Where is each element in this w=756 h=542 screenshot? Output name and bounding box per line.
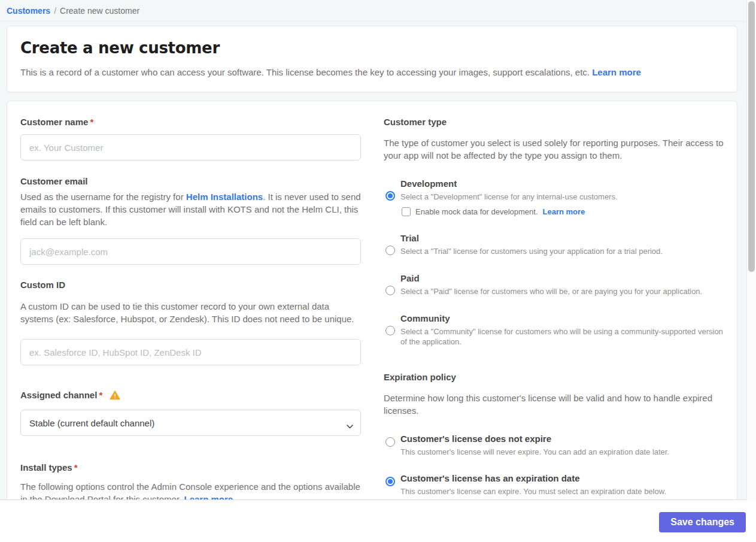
header-description-text: This is a record of a customer who can a… (20, 67, 590, 77)
required-asterisk: * (99, 390, 102, 400)
customer-type-option-trial: Trial Select a "Trial" license for custo… (384, 233, 724, 256)
customer-email-input[interactable] (20, 238, 361, 265)
breadcrumb-current: Create new customer (60, 6, 139, 16)
scrollbar-thumb[interactable] (748, 1, 755, 272)
has-expiration-description: This customer's license can expire. You … (400, 486, 724, 496)
customer-form-card: Customer name* Customer email Used as th… (7, 101, 737, 503)
customer-name-label-text: Customer name (20, 117, 88, 127)
custom-id-input[interactable] (20, 339, 361, 365)
customer-name-input[interactable] (20, 134, 361, 161)
community-title: Community (400, 313, 724, 323)
trial-radio[interactable] (385, 246, 395, 255)
customer-email-label: Customer email (20, 176, 361, 186)
no-expire-description: This customer's license will never expir… (400, 447, 724, 457)
mock-data-checkbox-row: Enable mock data for development. Learn … (400, 207, 724, 216)
install-types-section: Install types* The following options con… (20, 462, 361, 503)
has-expiration-radio[interactable] (385, 477, 395, 486)
custom-id-section: Custom ID A custom ID can be used to tie… (20, 280, 361, 365)
breadcrumb-customers-link[interactable]: Customers (7, 6, 50, 16)
expiration-option-has-date: Customer's license has an expiration dat… (384, 473, 724, 496)
save-changes-button[interactable]: Save changes (659, 512, 746, 532)
form-right-column: Customer type The type of customer you s… (384, 117, 724, 503)
required-asterisk: * (74, 462, 78, 473)
customer-type-option-community: Community Select a "Community" license f… (384, 313, 724, 347)
customer-type-heading: Customer type (384, 117, 724, 127)
mock-data-checkbox[interactable] (402, 207, 411, 216)
install-types-label: Install types* (20, 462, 361, 473)
page-title: Create a new customer (20, 39, 724, 57)
no-expire-radio[interactable] (385, 437, 395, 447)
community-radio[interactable] (385, 326, 395, 335)
customer-email-help: Used as the username for the registry fo… (20, 190, 361, 228)
customer-name-section: Customer name* (20, 117, 361, 161)
development-title: Development (400, 178, 724, 189)
paid-title: Paid (400, 273, 724, 283)
expiration-policy-description: Determine how long this customer's licen… (384, 392, 724, 417)
community-description: Select a "Community" license for custome… (400, 326, 724, 347)
trial-description: Select a "Trial" license for customers u… (400, 246, 724, 256)
custom-id-label: Custom ID (20, 280, 361, 290)
assigned-channel-label: Assigned channel* (20, 390, 102, 400)
customer-email-section: Customer email Used as the username for … (20, 176, 361, 265)
assigned-channel-section: Assigned channel* Stable (current defaul… (20, 390, 361, 436)
expiration-policy-heading: Expiration policy (384, 372, 724, 382)
development-description: Select a "Development" license for any i… (400, 192, 724, 202)
mock-data-learn-more-link[interactable]: Learn more (543, 207, 585, 216)
custom-id-help: A custom ID can be used to tie this cust… (20, 300, 361, 325)
required-asterisk: * (90, 117, 93, 127)
footer-action-bar: Save changes (0, 499, 756, 542)
customer-type-option-paid: Paid Select a "Paid" license for custome… (384, 273, 724, 296)
helm-installations-link[interactable]: Helm Installations (186, 192, 263, 202)
assigned-channel-select[interactable]: Stable (current default channel) (20, 410, 361, 436)
customer-type-description: The type of customer you select is used … (384, 137, 724, 162)
has-expiration-title: Customer's license has an expiration dat… (400, 473, 724, 483)
paid-description: Select a "Paid" license for customers wh… (400, 286, 724, 296)
header-description: This is a record of a customer who can a… (20, 66, 724, 78)
install-types-label-text: Install types (20, 462, 72, 473)
header-learn-more-link[interactable]: Learn more (592, 67, 641, 77)
breadcrumb-separator: / (54, 6, 56, 16)
assigned-channel-label-text: Assigned channel (20, 390, 97, 400)
email-help-before: Used as the username for the registry fo… (20, 192, 184, 202)
mock-data-checkbox-label: Enable mock data for development. (415, 207, 538, 216)
paid-radio[interactable] (385, 286, 395, 295)
development-radio[interactable] (385, 191, 395, 201)
trial-title: Trial (400, 233, 724, 243)
warning-icon (110, 390, 120, 400)
customer-type-option-development: Development Select a "Development" licen… (384, 178, 724, 216)
header-card: Create a new customer This is a record o… (7, 26, 737, 92)
customer-name-label: Customer name* (20, 117, 361, 127)
expiration-option-no-expire: Customer's license does not expire This … (384, 434, 724, 457)
create-customer-page: Customers / Create new customer Create a… (0, 0, 756, 542)
no-expire-title: Customer's license does not expire (400, 434, 724, 444)
vertical-scrollbar[interactable] (746, 0, 756, 500)
breadcrumb: Customers / Create new customer (0, 0, 756, 22)
form-left-column: Customer name* Customer email Used as th… (20, 117, 361, 503)
